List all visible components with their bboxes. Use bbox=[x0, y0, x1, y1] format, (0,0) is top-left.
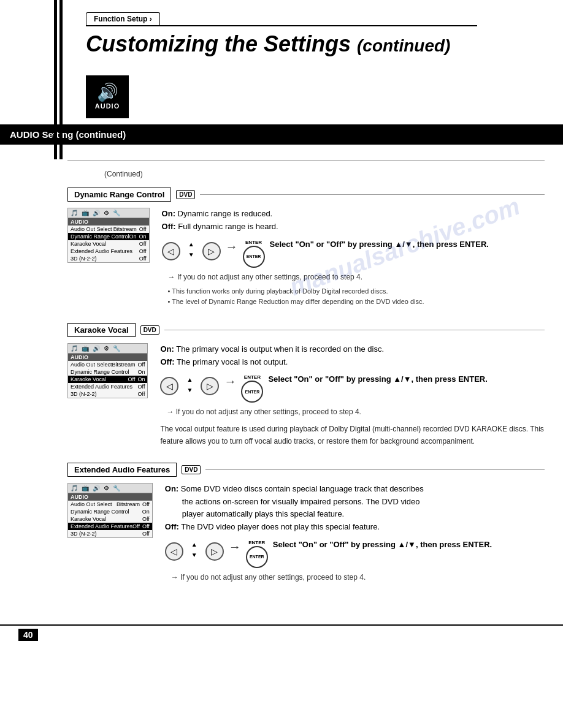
ea-menu-title: AUDIO bbox=[68, 493, 152, 501]
dvd-badge-3: DVD bbox=[182, 465, 201, 474]
k-menu-icon-5: 🔧 bbox=[113, 345, 120, 352]
karaoke-on-off: On: The primary vocal is output when it … bbox=[160, 343, 545, 369]
speaker-icon: 🔊 bbox=[97, 84, 118, 101]
ea-enter-group: ENTER ENTER bbox=[246, 540, 268, 568]
up-button[interactable]: ▲ bbox=[185, 240, 197, 249]
divider-line-2 bbox=[164, 330, 545, 330]
dvd-badge-2: DVD bbox=[140, 325, 159, 335]
dynamic-range-label: Dynamic Range Control bbox=[67, 188, 171, 202]
ea-right-nav: ▷ bbox=[205, 542, 224, 561]
karaoke-desc: On: The primary vocal is output when it … bbox=[160, 343, 545, 447]
menu-icon-1: 🎵 bbox=[71, 210, 78, 216]
ea-menu-icon-3: 🔊 bbox=[93, 485, 100, 491]
main-content: (Continued) Dynamic Range Control DVD 🎵 … bbox=[0, 145, 563, 612]
page-number-bar: 40 bbox=[0, 624, 563, 644]
karaoke-header: Karaoke Vocal DVD bbox=[67, 323, 545, 337]
ea-menu-row-5: 3D (N-2-2) Off bbox=[68, 530, 152, 537]
menu-row-3: Karaoke Vocal Off bbox=[68, 240, 149, 248]
dynamic-range-on-off: On: Dynamic range is reduced. Off: Full … bbox=[162, 208, 545, 233]
bullet-1: • This function works only during playba… bbox=[168, 286, 545, 297]
proceed-note-1: → If you do not adjust any other setting… bbox=[168, 273, 545, 281]
k-arrow: → bbox=[224, 374, 236, 389]
karaoke-vocal-section: Karaoke Vocal DVD 🎵 📺 🔊 ⚙ 🔧 AUDIO Audio … bbox=[67, 323, 545, 447]
menu-row-1: Audio Out Select BitstreamOff bbox=[68, 226, 149, 233]
karaoke-menu-icon-bar: 🎵 📺 🔊 ⚙ 🔧 bbox=[68, 344, 147, 354]
dynamic-range-section: Dynamic Range Control DVD 🎵 📺 🔊 ⚙ 🔧 AUDI… bbox=[67, 188, 545, 308]
k-up-down: ▲ ▼ bbox=[183, 374, 196, 395]
ea-instruction: Select "On" or "Off" by pressing ▲/▼, th… bbox=[273, 540, 545, 549]
enter-button[interactable]: ENTER bbox=[243, 246, 265, 268]
ea-enter-button[interactable]: ENTER bbox=[246, 546, 268, 568]
dvd-badge-1: DVD bbox=[176, 190, 195, 199]
extended-audio-desc: On: Some DVD video discs contain special… bbox=[165, 483, 545, 585]
karaoke-menu-preview: 🎵 📺 🔊 ⚙ 🔧 AUDIO Audio Out Select Bitstre… bbox=[67, 343, 148, 398]
menu-title-1: AUDIO bbox=[68, 218, 149, 226]
page-title: Customizing the Settings (continued) bbox=[86, 25, 477, 57]
menu-icon-3: 🔊 bbox=[93, 210, 100, 216]
menu-row-2-highlight: Dynamic Range Control OnOn bbox=[68, 233, 149, 240]
menu-icon-2: 📺 bbox=[82, 210, 89, 216]
up-down-buttons: ▲ ▼ bbox=[185, 240, 197, 260]
ea-menu-icon-2: 📺 bbox=[82, 485, 89, 491]
extended-audio-section: Extended Audio Features DVD 🎵 📺 🔊 ⚙ 🔧 AU… bbox=[67, 463, 545, 585]
breadcrumb-tab: Function Setup › bbox=[86, 12, 160, 25]
section-header: AUDIO Setting (continued) bbox=[0, 124, 563, 145]
extended-audio-label: Extended Audio Features bbox=[67, 463, 177, 477]
menu-row-4: Extended Audio Features Off bbox=[68, 248, 149, 255]
k-up-button[interactable]: ▲ bbox=[183, 374, 196, 384]
ea-menu-icon-4: ⚙ bbox=[104, 485, 109, 491]
k-menu-row-4: Extended Audio Features Off bbox=[68, 383, 147, 390]
divider-line-3 bbox=[205, 469, 545, 470]
k-menu-icon-3: 🔊 bbox=[93, 345, 100, 352]
ea-menu-icon-bar: 🎵 📺 🔊 ⚙ 🔧 bbox=[68, 483, 152, 493]
k-down-button[interactable]: ▼ bbox=[183, 385, 196, 395]
right-nav-circle: ▷ bbox=[202, 242, 221, 260]
ea-menu-row-4-highlight: Extended Audio Features OffOff bbox=[68, 523, 152, 530]
dynamic-range-header: Dynamic Range Control DVD bbox=[67, 188, 545, 202]
k-menu-row-2: Dynamic Range Control On bbox=[68, 368, 147, 376]
ea-left-nav: ◁ bbox=[165, 542, 183, 561]
top-divider bbox=[67, 160, 545, 161]
karaoke-proceed: → If you do not adjust any other setting… bbox=[166, 408, 545, 416]
k-menu-row-1: Audio Out Select BitstreamOff bbox=[68, 361, 147, 368]
dynamic-range-bullets: • This function works only during playba… bbox=[162, 286, 545, 308]
dynamic-range-controls: ◁ ▲ ▼ ▷ → ENTER ENTER Select "On" or "Of… bbox=[162, 240, 545, 268]
divider-line-1 bbox=[200, 194, 545, 195]
menu-icon-5: 🔧 bbox=[113, 210, 120, 216]
k-menu-title: AUDIO bbox=[68, 354, 147, 361]
k-menu-icon-2: 📺 bbox=[82, 345, 89, 352]
k-menu-icon-1: 🎵 bbox=[71, 345, 78, 352]
ea-down-button[interactable]: ▼ bbox=[188, 550, 201, 560]
ea-menu-icon-5: 🔧 bbox=[113, 485, 120, 491]
page-decoration bbox=[54, 0, 65, 159]
page-number: 40 bbox=[18, 629, 38, 641]
audio-label: AUDIO bbox=[95, 102, 120, 110]
k-right-nav: ▷ bbox=[201, 377, 219, 395]
extended-audio-on-off: On: Some DVD video discs contain special… bbox=[165, 483, 545, 534]
extended-audio-menu-preview: 🎵 📺 🔊 ⚙ 🔧 AUDIO Audio Out Select Bitstre… bbox=[67, 483, 153, 538]
ea-up-button[interactable]: ▲ bbox=[188, 540, 201, 550]
audio-icon-box: 🔊 AUDIO bbox=[86, 75, 129, 118]
extended-audio-header: Extended Audio Features DVD bbox=[67, 463, 545, 477]
menu-icon-4: ⚙ bbox=[104, 210, 109, 216]
menu-row-5: 3D (N-2-2) Off bbox=[68, 255, 149, 262]
k-menu-row-3-highlight: Karaoke Vocal OffOn bbox=[68, 376, 147, 383]
down-button[interactable]: ▼ bbox=[185, 250, 197, 260]
select-instruction-1: Select "On" or "Off" by pressing ▲/▼, th… bbox=[270, 240, 545, 249]
karaoke-controls: ◁ ▲ ▼ ▷ → ENTER ENTER Select "On" or "Of… bbox=[160, 374, 545, 403]
ea-menu-icon-1: 🎵 bbox=[71, 485, 78, 491]
dynamic-range-content: 🎵 📺 🔊 ⚙ 🔧 AUDIO Audio Out Select Bitstre… bbox=[67, 208, 545, 308]
enter-button-group: ENTER ENTER bbox=[243, 240, 265, 268]
ea-proceed: → If you do not adjust any other setting… bbox=[171, 573, 545, 582]
dynamic-range-menu-preview: 🎵 📺 🔊 ⚙ 🔧 AUDIO Audio Out Select Bitstre… bbox=[67, 208, 150, 263]
ea-up-down: ▲ ▼ bbox=[188, 540, 201, 560]
k-enter-button[interactable]: ENTER bbox=[241, 381, 263, 403]
k-menu-icon-4: ⚙ bbox=[104, 345, 109, 352]
ea-menu-row-3: Karaoke Vocal Off bbox=[68, 515, 152, 523]
karaoke-content: 🎵 📺 🔊 ⚙ 🔧 AUDIO Audio Out Select Bitstre… bbox=[67, 343, 545, 447]
page-header: Function Setup › Customizing the Setting… bbox=[0, 0, 563, 63]
continued-label: (Continued) bbox=[104, 170, 545, 178]
karaoke-instruction: Select "On" or "Off" by pressing ▲/▼, th… bbox=[268, 374, 545, 384]
k-left-nav: ◁ bbox=[160, 377, 178, 395]
extended-audio-content: 🎵 📺 🔊 ⚙ 🔧 AUDIO Audio Out Select Bitstre… bbox=[67, 483, 545, 585]
